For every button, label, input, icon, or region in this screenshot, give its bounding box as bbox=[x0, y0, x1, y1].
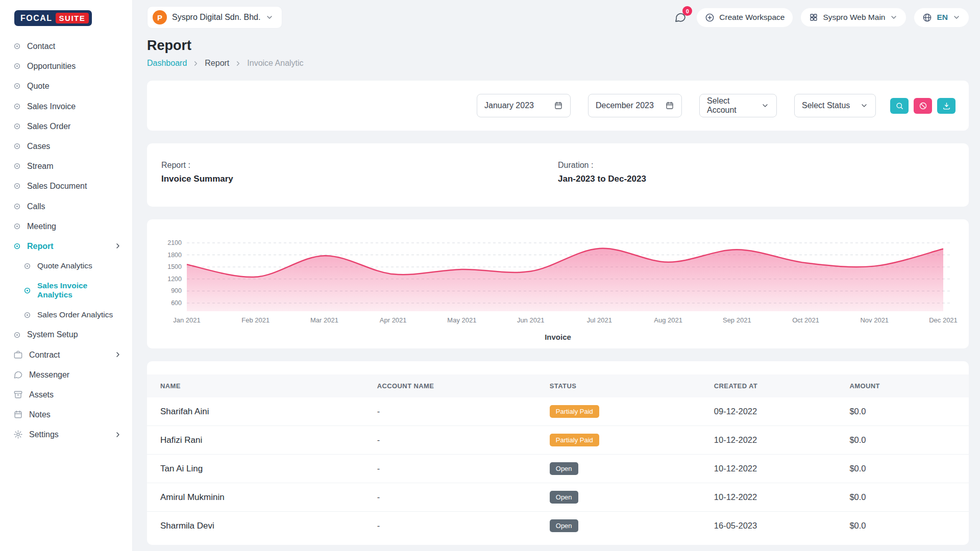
create-workspace-button[interactable]: Create Workspace bbox=[697, 8, 793, 27]
sidebar-item-assets[interactable]: Assets bbox=[7, 385, 126, 405]
status-select-value: Select Status bbox=[802, 101, 850, 110]
svg-text:Feb 2021: Feb 2021 bbox=[241, 316, 270, 324]
breadcrumb-dashboard[interactable]: Dashboard bbox=[147, 59, 187, 68]
chevron-down-icon bbox=[761, 102, 769, 110]
logo-text-suite: SUITE bbox=[56, 13, 89, 23]
calendar-icon bbox=[665, 101, 674, 110]
logo-text-focal: FOCAL bbox=[20, 14, 53, 23]
column-header-account-name: ACCOUNT NAME bbox=[369, 374, 542, 397]
row-status: Open bbox=[542, 455, 706, 483]
sidebar-item-notes[interactable]: Notes bbox=[7, 405, 126, 424]
row-created-at: 10-12-2022 bbox=[706, 483, 842, 512]
sidebar-item-contract[interactable]: Contract bbox=[7, 345, 126, 365]
company-selector[interactable]: P Syspro Digital Sdn. Bhd. bbox=[147, 6, 282, 29]
svg-text:900: 900 bbox=[171, 287, 182, 294]
sidebar-item-label: Sales Order bbox=[27, 121, 70, 131]
start-date-input[interactable]: January 2023 bbox=[477, 94, 571, 117]
reset-filter-button[interactable] bbox=[914, 98, 932, 114]
breadcrumb-invoice-analytic: Invoice Analytic bbox=[247, 59, 303, 68]
gear-icon bbox=[13, 430, 23, 439]
column-header-name: NAME bbox=[147, 374, 369, 397]
language-selector[interactable]: EN bbox=[914, 8, 969, 27]
status-badge: Open bbox=[550, 491, 578, 504]
chat-button[interactable]: 0 bbox=[672, 9, 689, 26]
table-row[interactable]: Amirul Mukminin-Open10-12-2022$0.0 bbox=[147, 483, 969, 512]
sidebar-item-quote-analytics[interactable]: Quote Analytics bbox=[17, 256, 126, 276]
sidebar-item-sales-order-analytics[interactable]: Sales Order Analytics bbox=[17, 305, 126, 325]
dot-icon bbox=[13, 162, 21, 170]
breadcrumb-report[interactable]: Report bbox=[205, 59, 229, 68]
filter-actions bbox=[890, 98, 955, 114]
sidebar-item-meeting[interactable]: Meeting bbox=[7, 216, 126, 236]
sidebar-item-stream[interactable]: Stream bbox=[7, 156, 126, 176]
row-account-name: - bbox=[369, 426, 542, 455]
sidebar-item-sales-document[interactable]: Sales Document bbox=[7, 176, 126, 196]
dot-icon bbox=[13, 162, 21, 170]
table-row[interactable]: Sharmila Devi-Open16-05-2023$0.0 bbox=[147, 512, 969, 540]
column-header-created-at: CREATED AT bbox=[706, 374, 842, 397]
chevron-right-icon bbox=[114, 350, 122, 359]
sidebar-item-opportunities[interactable]: Opportunities bbox=[7, 56, 126, 76]
chevron-right-icon bbox=[234, 60, 242, 67]
account-select[interactable]: Select Account bbox=[699, 94, 777, 117]
dot-icon bbox=[13, 82, 21, 90]
chevron-right-icon bbox=[114, 431, 122, 439]
sidebar-item-sales-invoice-analytics[interactable]: Sales Invoice Analytics bbox=[17, 276, 126, 305]
invoice-area-chart: 6009001200150018002100Jan 2021Feb 2021Ma… bbox=[158, 238, 958, 325]
dot-icon bbox=[23, 287, 31, 294]
dot-icon bbox=[23, 311, 31, 319]
table-row[interactable]: Tan Ai Ling-Open10-12-2022$0.0 bbox=[147, 455, 969, 483]
workspace-selector[interactable]: Syspro Web Main bbox=[801, 8, 906, 27]
dot-icon bbox=[13, 203, 21, 210]
table-row[interactable]: Hafizi Rani-Partialy Paid10-12-2022$0.0 bbox=[147, 426, 969, 455]
sidebar-item-label: Assets bbox=[29, 390, 54, 399]
calendar-icon bbox=[554, 101, 563, 110]
search-button[interactable] bbox=[890, 98, 909, 114]
sidebar-item-cases[interactable]: Cases bbox=[7, 136, 126, 156]
report-summary-right: Duration : Jan-2023 to Dec-2023 bbox=[558, 161, 954, 184]
row-account-name: - bbox=[369, 455, 542, 483]
sidebar-item-contact[interactable]: Contact bbox=[7, 36, 126, 56]
svg-text:Dec 2021: Dec 2021 bbox=[929, 316, 958, 324]
dot-icon bbox=[23, 287, 31, 294]
svg-text:2100: 2100 bbox=[167, 239, 182, 246]
sidebar-item-report[interactable]: Report bbox=[7, 236, 126, 256]
sidebar-nav: ContactOpportunitiesQuoteSales InvoiceSa… bbox=[7, 36, 126, 445]
dot-icon bbox=[13, 42, 21, 50]
dot-icon bbox=[13, 122, 21, 130]
svg-text:Mar 2021: Mar 2021 bbox=[310, 316, 338, 324]
download-button[interactable] bbox=[937, 98, 955, 114]
company-logo-icon: P bbox=[153, 10, 167, 24]
row-status: Partialy Paid bbox=[542, 426, 706, 455]
chevron-down-icon bbox=[890, 13, 898, 21]
svg-text:Oct 2021: Oct 2021 bbox=[792, 316, 819, 324]
end-date-input[interactable]: December 2023 bbox=[588, 94, 682, 117]
status-badge: Open bbox=[550, 519, 578, 532]
status-badge: Partialy Paid bbox=[550, 405, 599, 418]
breadcrumb-separator bbox=[234, 60, 242, 67]
row-amount: $0.0 bbox=[841, 397, 969, 426]
sidebar-item-sales-invoice[interactable]: Sales Invoice bbox=[7, 96, 126, 116]
svg-text:1500: 1500 bbox=[167, 263, 182, 270]
table-row[interactable]: Sharifah Aini-Partialy Paid09-12-2022$0.… bbox=[147, 397, 969, 426]
sidebar-item-system-setup[interactable]: System Setup bbox=[7, 324, 126, 344]
app-logo[interactable]: FOCAL SUITE bbox=[14, 10, 92, 26]
sidebar: FOCAL SUITE ContactOpportunitiesQuoteSal… bbox=[0, 0, 133, 551]
sidebar-item-label: Notes bbox=[29, 410, 51, 419]
sidebar-item-label: Report bbox=[27, 241, 54, 251]
dot-icon bbox=[13, 142, 21, 150]
account-select-value: Select Account bbox=[707, 96, 754, 115]
status-select[interactable]: Select Status bbox=[794, 94, 876, 117]
sidebar-item-sales-order[interactable]: Sales Order bbox=[7, 116, 126, 136]
sidebar-item-settings[interactable]: Settings bbox=[7, 424, 126, 444]
sidebar-item-label: Opportunities bbox=[27, 61, 76, 71]
sidebar-item-calls[interactable]: Calls bbox=[7, 196, 126, 216]
report-label: Report : bbox=[161, 161, 558, 170]
chevron-right-icon bbox=[114, 242, 122, 250]
chevron-down-icon bbox=[860, 102, 868, 110]
topbar: P Syspro Digital Sdn. Bhd. 0 Create Work… bbox=[133, 0, 980, 31]
sidebar-item-quote[interactable]: Quote bbox=[7, 76, 126, 96]
briefcase-icon bbox=[13, 350, 23, 360]
sidebar-item-messenger[interactable]: Messenger bbox=[7, 365, 126, 385]
row-account-name: - bbox=[369, 512, 542, 540]
